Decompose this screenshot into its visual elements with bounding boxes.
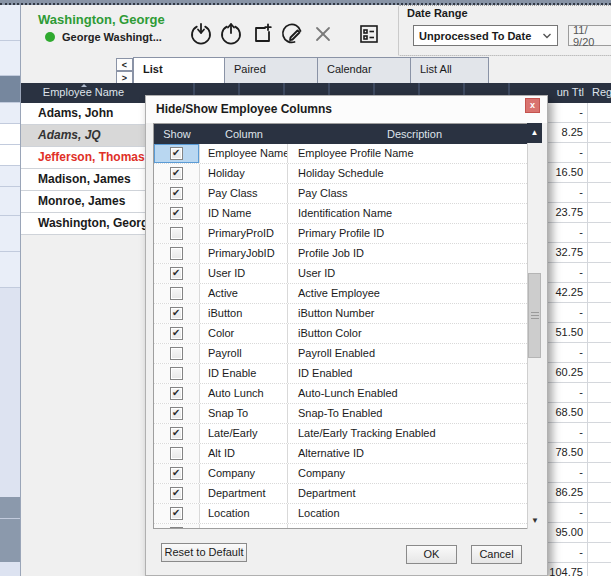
punch-in-icon[interactable]	[189, 22, 213, 46]
total-cell-row[interactable]: -	[548, 543, 611, 563]
scroll-up-icon[interactable]: ▲	[527, 123, 542, 143]
total-cell-row[interactable]: -	[548, 143, 611, 163]
employee-row[interactable]: Washington, George	[21, 213, 146, 235]
show-checkbox-cell[interactable]	[154, 324, 200, 343]
column-description-cell[interactable]: Identification Name	[288, 204, 541, 223]
checkbox-icon[interactable]	[170, 287, 183, 300]
column-description-cell[interactable]: User ID	[288, 264, 541, 283]
column-name-cell[interactable]: Holiday	[200, 164, 288, 183]
checkbox-icon[interactable]	[170, 267, 183, 280]
column-description-cell[interactable]: Department	[288, 484, 541, 503]
column-name-cell[interactable]: ID Enable	[200, 364, 288, 383]
total-cell-row[interactable]: 68.50	[548, 403, 611, 423]
show-checkbox-cell[interactable]	[154, 504, 200, 523]
column-description-cell[interactable]: Profile Job ID	[288, 244, 541, 263]
column-name-cell[interactable]: Employee Name	[200, 144, 288, 163]
total-cell-row[interactable]: -	[548, 503, 611, 523]
checkbox-icon[interactable]	[170, 167, 183, 180]
column-description-cell[interactable]: iButton Color	[288, 324, 541, 343]
show-checkbox-cell[interactable]	[154, 264, 200, 283]
total-cell-row[interactable]: 42.25	[548, 283, 611, 303]
checkbox-icon[interactable]	[170, 407, 183, 420]
tab-list[interactable]: List	[133, 57, 225, 83]
checkbox-icon[interactable]	[170, 367, 183, 380]
column-description-cell[interactable]: Auto-Lunch Enabled	[288, 384, 541, 403]
column-name-cell[interactable]: Alt ID	[200, 444, 288, 463]
delete-record-icon[interactable]	[311, 22, 335, 46]
total-cell-row[interactable]: -	[548, 423, 611, 443]
tab-scroll-left-button[interactable]: <	[116, 58, 133, 71]
employee-row[interactable]: Adams, JQ	[21, 125, 146, 147]
checkbox-icon[interactable]	[170, 187, 183, 200]
date-input[interactable]: 11/ 9/20	[568, 25, 611, 46]
column-description-cell[interactable]: Payroll Enabled	[288, 344, 541, 363]
column-name-cell[interactable]: Color	[200, 324, 288, 343]
header-column[interactable]: Column	[200, 124, 288, 144]
cancel-button[interactable]: Cancel	[471, 545, 522, 564]
column-name-cell[interactable]: Location	[200, 504, 288, 523]
show-checkbox-cell[interactable]	[154, 284, 200, 303]
checkbox-icon[interactable]	[170, 207, 183, 220]
column-name-cell[interactable]: Shift	[200, 524, 288, 529]
show-checkbox-cell[interactable]	[154, 304, 200, 323]
show-checkbox-cell[interactable]	[154, 184, 200, 203]
total-cell-row[interactable]: -	[548, 383, 611, 403]
reset-to-default-button[interactable]: Reset to Default	[161, 543, 247, 562]
column-name-cell[interactable]: PrimaryProID	[200, 224, 288, 243]
total-cell-row[interactable]: -	[548, 303, 611, 323]
total-cell-row[interactable]: 32.75	[548, 243, 611, 263]
column-description-cell[interactable]: Company	[288, 464, 541, 483]
show-checkbox-cell[interactable]	[154, 464, 200, 483]
total-cell-row[interactable]: 86.25	[548, 483, 611, 503]
column-description-cell[interactable]: Snap-To Enabled	[288, 404, 541, 423]
employee-row[interactable]: Adams, John	[21, 103, 146, 125]
column-description-cell[interactable]: Primary Profile ID	[288, 224, 541, 243]
date-range-select[interactable]: Unprocessed To Date	[413, 25, 558, 46]
column-header-employee-name[interactable]: Employee Name	[21, 86, 146, 98]
column-header-reg-ttl[interactable]: Reg T	[592, 86, 611, 98]
show-checkbox-cell[interactable]	[154, 424, 200, 443]
checkbox-icon[interactable]	[170, 247, 183, 260]
tab-paired[interactable]: Paired	[225, 57, 318, 83]
close-icon[interactable]: x	[525, 98, 540, 113]
column-description-cell[interactable]: ID Enabled	[288, 364, 541, 383]
total-cell-row[interactable]: -	[548, 263, 611, 283]
total-cell-row[interactable]: 78.50	[548, 443, 611, 463]
show-checkbox-cell[interactable]	[154, 484, 200, 503]
checkbox-icon[interactable]	[170, 507, 183, 520]
column-name-cell[interactable]: ID Name	[200, 204, 288, 223]
column-name-cell[interactable]: Department	[200, 484, 288, 503]
column-description-cell[interactable]: Pay Class	[288, 184, 541, 203]
tab-calendar[interactable]: Calendar	[318, 57, 411, 83]
checkbox-icon[interactable]	[170, 527, 183, 529]
show-checkbox-cell[interactable]	[154, 404, 200, 423]
checkbox-icon[interactable]	[170, 427, 183, 440]
checkbox-icon[interactable]	[170, 147, 183, 160]
scrollbar-thumb[interactable]	[528, 273, 541, 358]
column-description-cell[interactable]: Late/Early Tracking Enabled	[288, 424, 541, 443]
total-cell-row[interactable]: -	[548, 103, 611, 123]
employee-row[interactable]: Madison, James	[21, 169, 146, 191]
checkbox-icon[interactable]	[170, 487, 183, 500]
show-checkbox-cell[interactable]	[154, 144, 200, 163]
column-name-cell[interactable]: Snap To	[200, 404, 288, 423]
punch-out-icon[interactable]	[219, 22, 243, 46]
header-show[interactable]: Show	[154, 124, 200, 144]
total-cell-row[interactable]: -	[548, 223, 611, 243]
ok-button[interactable]: OK	[406, 545, 457, 564]
total-cell-row[interactable]: -	[548, 343, 611, 363]
employee-row[interactable]: Jefferson, Thomas	[21, 147, 146, 169]
show-checkbox-cell[interactable]	[154, 224, 200, 243]
show-checkbox-cell[interactable]	[154, 344, 200, 363]
tab-list-all[interactable]: List All	[411, 57, 489, 83]
show-checkbox-cell[interactable]	[154, 364, 200, 383]
column-description-cell[interactable]: Location	[288, 504, 541, 523]
column-chooser-icon[interactable]	[357, 22, 381, 46]
total-cell-row[interactable]: 104.75	[548, 563, 611, 576]
checkbox-icon[interactable]	[170, 347, 183, 360]
total-cell-row[interactable]: -	[548, 183, 611, 203]
column-header-sun-ttl[interactable]: un Ttl	[548, 86, 584, 98]
show-checkbox-cell[interactable]	[154, 384, 200, 403]
add-record-icon[interactable]	[250, 22, 274, 46]
column-name-cell[interactable]: Active	[200, 284, 288, 303]
